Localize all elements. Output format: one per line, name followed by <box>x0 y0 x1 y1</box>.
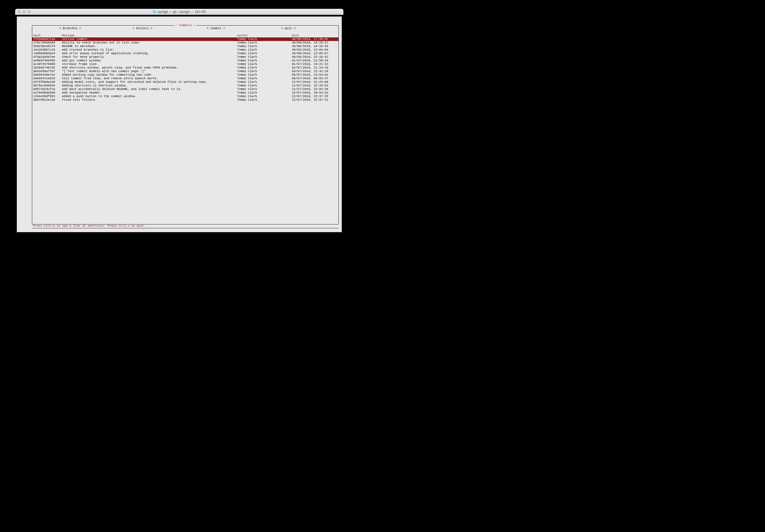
commit-author: Tommy Clark <box>237 80 279 84</box>
table-row[interactable]: ac39f2578669Increase frame size.Tommy Cl… <box>32 63 339 66</box>
commit-author: Tommy Clark <box>237 70 279 73</box>
folder-icon <box>153 10 156 13</box>
table-row[interactable]: a4604f40d45bAdd git commit window.Tommy … <box>32 59 339 63</box>
table-row[interactable]: e276e5b9d358Add navigation header.Tommy … <box>32 91 339 95</box>
commit-hash: 181d436b7c29 <box>33 48 60 52</box>
table-row[interactable]: 6675ec94061bAdding shortcuts to shortcut… <box>32 84 339 88</box>
commit-author: Tommy Clark <box>237 88 279 91</box>
table-row[interactable]: e575fb0da2ddAdding model tests, and supp… <box>32 80 339 84</box>
table-row[interactable]: 659158e361f4README to markdown.Tommy Cla… <box>32 45 339 48</box>
commit-message: Add tracked branches to list. <box>62 48 237 52</box>
header-hash: Hash <box>33 34 60 37</box>
commit-message: Add navigation header. <box>62 91 237 95</box>
commit-date: 21/07/2019, 23:03:36 <box>292 88 332 91</box>
table-headers: Hash Message Author Date <box>32 34 339 37</box>
commit-author: Tommy Clark <box>237 95 279 98</box>
commit-hash: 659158e361f4 <box>33 45 60 48</box>
table-row[interactable]: d6a7d012e13aFixed test fixture.Tommy Cla… <box>32 98 339 102</box>
commit-message: Added working copy window for committing… <box>62 73 237 77</box>
table-row[interactable]: 181d436b7c29Add tracked branches to list… <box>32 48 339 52</box>
commit-author: Tommy Clark <box>237 98 279 102</box>
commit-date: 30/06/2019, 18:26:45 <box>292 45 332 48</box>
commit-date: 01/07/2019, 23:21:32 <box>292 63 332 66</box>
table-row[interactable]: c204436df955Added a push button to the c… <box>32 95 339 98</box>
footer-divider <box>32 228 339 228</box>
commits-panel: ─ Commits ─ < Branches > < History > < C… <box>32 25 339 224</box>
table-row[interactable]: 6db7282dcfcaAdd back accidentally delete… <box>32 88 339 91</box>
zoom-icon[interactable] <box>28 10 31 13</box>
divider: ────────────────────────────────────────… <box>33 31 338 31</box>
table-row[interactable]: 203693740785Add shortcuts window, parent… <box>32 66 339 70</box>
table-row[interactable]: b8049436e7e2Added working copy window fo… <box>32 73 339 77</box>
commit-hash: 1405bd093b1d <box>33 52 60 55</box>
close-icon[interactable] <box>18 10 21 13</box>
table-row[interactable]: cf6c785bbe94Ability to check branches ou… <box>32 41 339 45</box>
commit-hash: efda2a8587ee <box>33 55 60 59</box>
commit-author: Tommy Clark <box>237 84 279 88</box>
commit-message: Call commit from view, and remove extra … <box>62 77 237 80</box>
commit-message: Ability to check branches out in list vi… <box>62 41 237 45</box>
commit-hash: e276e5b9d358 <box>33 91 60 95</box>
commit-hash: d6a7d012e13a <box>33 98 60 102</box>
commit-author: Tommy Clark <box>237 45 279 48</box>
commit-hash: cf6c785bbe94 <box>33 41 60 45</box>
commit-hash: 6db7282dcfca <box>33 88 60 91</box>
commit-message: Fixed test fixture. <box>62 98 237 102</box>
nav-commit[interactable]: < Commit > <box>207 27 225 30</box>
traffic-lights <box>15 10 31 13</box>
commit-message: Adding model tests, and support for untr… <box>62 80 237 84</box>
commit-message: Add back accidentally deleted README, an… <box>62 88 237 91</box>
commit-date: 30/06/2019, 18:25:37 <box>292 41 332 45</box>
commit-hash: 203693740785 <box>33 66 60 70</box>
commit-hash: a4604f40d45b <box>33 59 60 63</box>
titlebar: asciigit — git ‹ asciigit — 181×59 <box>15 9 344 15</box>
commit-author: Tommy Clark <box>237 66 279 70</box>
terminal-body: ─ Commits ─ < Branches > < History > < C… <box>15 15 344 234</box>
header-author: Author <box>237 34 279 37</box>
commit-date: 03/07/2019, 22:41:19 <box>292 70 332 73</box>
commit-date: 30/06/2019, 22:04:04 <box>292 48 332 52</box>
commit-date: 30/06/2019, 22:10:41 <box>292 55 332 59</box>
commit-hash: e575fb0da2dd <box>33 80 60 84</box>
commit-date: 22/07/2019, 22:37:25 <box>292 95 332 98</box>
commit-date: 21/07/2019, 22:33:52 <box>292 84 332 88</box>
window-title: asciigit — git ‹ asciigit — 181×59 <box>15 10 344 14</box>
table-row[interactable]: f254a0a6712aInitial commit.Tommy Clark30… <box>32 37 339 41</box>
commit-message: Initial commit. <box>62 37 237 41</box>
commit-message: Add error popup instead of application c… <box>62 52 237 55</box>
commit-date: 30/06/2019, 17:30:01 <box>292 37 332 41</box>
table-row[interactable]: 1405bd093b1dAdd error popup instead of a… <box>32 52 339 55</box>
commit-date: 06/07/2019, 00:03:37 <box>292 77 332 80</box>
commit-message: README to markdown. <box>62 45 237 48</box>
terminal-window: asciigit — git ‹ asciigit — 181×59 ─ Com… <box>15 9 344 234</box>
commit-author: Tommy Clark <box>237 59 279 63</box>
commit-author: Tommy Clark <box>237 52 279 55</box>
commit-message: Adding shortcuts to shortcut window. <box>62 84 237 88</box>
table-row[interactable]: e0eb87e16826Call commit from view, and r… <box>32 77 339 80</box>
commit-hash: b8049436e7e2 <box>33 73 60 77</box>
table-row[interactable]: efda2a8587eeCheck for None properly.Tomm… <box>32 55 339 59</box>
commit-author: Tommy Clark <box>237 91 279 95</box>
commit-date: 01/07/2019, 21:50:34 <box>292 59 332 63</box>
footer-hint: Press ctrl-a to see a list of shortcuts.… <box>33 224 146 228</box>
commit-author: Tommy Clark <box>237 48 279 52</box>
commit-date: 05/07/2019, 23:54:02 <box>292 73 332 77</box>
terminal-content: ─ Commits ─ < Branches > < History > < C… <box>17 17 342 232</box>
nav-quit[interactable]: < Quit > <box>281 27 296 30</box>
commit-hash: ac39f2578669 <box>33 63 60 66</box>
commit-date: 02/07/2019, 21:14:20 <box>292 66 332 70</box>
commit-author: Tommy Clark <box>237 55 279 59</box>
commit-message: Increase frame size. <box>62 63 237 66</box>
nav-branches[interactable]: < Branches > <box>59 27 81 30</box>
window-title-text: asciigit — git ‹ asciigit — 181×59 <box>158 10 206 14</box>
commit-message: "['Test commit models with new commit pa… <box>62 70 237 73</box>
table-row[interactable]: 9662e50a7fef"['Test commit models with n… <box>32 70 339 73</box>
commit-author: Tommy Clark <box>237 37 279 41</box>
minimize-icon[interactable] <box>23 10 26 13</box>
header-message: Message <box>62 34 237 37</box>
commit-author: Tommy Clark <box>237 77 279 80</box>
commit-date: 21/07/2019, 22:23:06 <box>292 80 332 84</box>
commit-message: Added a push button to the commit window… <box>62 95 237 98</box>
nav-history[interactable]: < History > <box>133 27 153 30</box>
commit-hash: c204436df955 <box>33 95 60 98</box>
